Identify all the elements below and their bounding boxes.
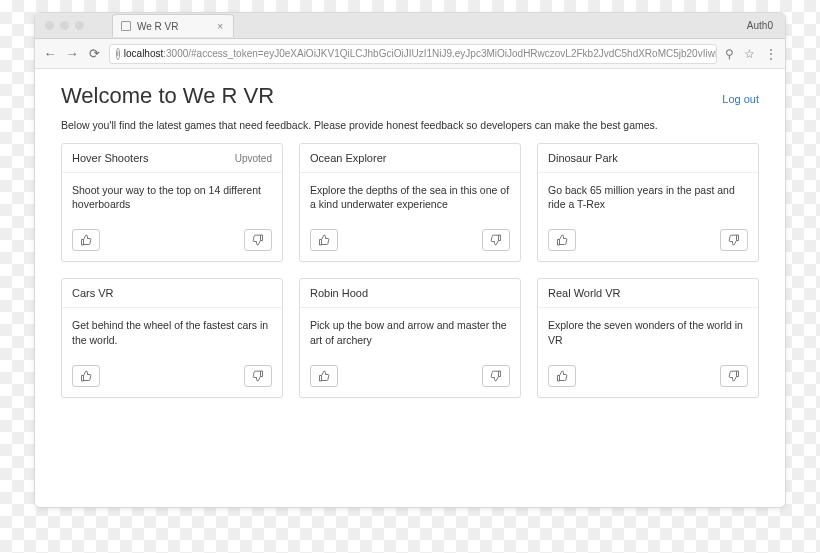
- tab-title: We R VR: [137, 21, 179, 32]
- thumbs-up-icon: [318, 370, 330, 382]
- page-title: Welcome to We R VR: [61, 83, 274, 109]
- thumbs-down-icon: [252, 234, 264, 246]
- logout-link[interactable]: Log out: [722, 93, 759, 105]
- upvote-button[interactable]: [310, 365, 338, 387]
- window-controls: [35, 21, 84, 30]
- downvote-button[interactable]: [244, 229, 272, 251]
- card-title: Real World VR: [548, 287, 621, 299]
- card-header: Real World VR: [538, 279, 758, 308]
- extension-label[interactable]: Auth0: [747, 20, 785, 31]
- thumbs-down-icon: [252, 370, 264, 382]
- card-description: Get behind the wheel of the fastest cars…: [62, 308, 282, 356]
- thumbs-up-icon: [80, 370, 92, 382]
- browser-tab[interactable]: We R VR ×: [112, 14, 234, 37]
- site-info-icon[interactable]: i: [116, 48, 120, 60]
- card-title: Hover Shooters: [72, 152, 148, 164]
- thumbs-up-icon: [556, 370, 568, 382]
- card-footer: [300, 221, 520, 261]
- page-favicon-icon: [121, 21, 131, 31]
- card-header: Hover Shooters Upvoted: [62, 144, 282, 173]
- thumbs-up-icon: [318, 234, 330, 246]
- browser-actions: ⚲ ☆ ⋮: [725, 47, 777, 61]
- nav-back-icon[interactable]: ←: [43, 46, 57, 61]
- close-tab-icon[interactable]: ×: [217, 21, 223, 32]
- nav-forward-icon[interactable]: →: [65, 46, 79, 61]
- browser-menu-icon[interactable]: ⋮: [765, 47, 777, 61]
- downvote-button[interactable]: [482, 365, 510, 387]
- card-description: Go back 65 million years in the past and…: [538, 173, 758, 221]
- upvote-button[interactable]: [548, 365, 576, 387]
- address-bar[interactable]: i localhost:3000/#access_token=eyJ0eXAiO…: [109, 44, 717, 64]
- browser-toolbar: ← → ⟳ i localhost:3000/#access_token=eyJ…: [35, 39, 785, 69]
- card-status-badge: Upvoted: [235, 153, 272, 164]
- card-title: Robin Hood: [310, 287, 368, 299]
- downvote-button[interactable]: [720, 365, 748, 387]
- card-header: Cars VR: [62, 279, 282, 308]
- downvote-button[interactable]: [244, 365, 272, 387]
- thumbs-down-icon: [728, 234, 740, 246]
- game-card: Dinosaur Park Go back 65 million years i…: [537, 143, 759, 262]
- password-key-icon[interactable]: ⚲: [725, 47, 734, 61]
- tab-strip: We R VR × Auth0: [35, 13, 785, 39]
- card-header: Dinosaur Park: [538, 144, 758, 173]
- upvote-button[interactable]: [548, 229, 576, 251]
- url-host: localhost: [124, 48, 163, 59]
- card-description: Pick up the bow and arrow and master the…: [300, 308, 520, 356]
- card-footer: [538, 221, 758, 261]
- card-description: Explore the seven wonders of the world i…: [538, 308, 758, 356]
- upvote-button[interactable]: [72, 365, 100, 387]
- card-footer: [62, 357, 282, 397]
- thumbs-down-icon: [490, 234, 502, 246]
- page-content: Welcome to We R VR Log out Below you'll …: [35, 69, 785, 418]
- thumbs-up-icon: [556, 234, 568, 246]
- close-window-icon[interactable]: [45, 21, 54, 30]
- card-footer: [300, 357, 520, 397]
- card-header: Ocean Explorer: [300, 144, 520, 173]
- thumbs-up-icon: [80, 234, 92, 246]
- url-path: :3000/#access_token=eyJ0eXAiOiJKV1QiLCJh…: [163, 48, 717, 59]
- downvote-button[interactable]: [720, 229, 748, 251]
- card-title: Ocean Explorer: [310, 152, 386, 164]
- card-description: Shoot your way to the top on 14 differen…: [62, 173, 282, 221]
- upvote-button[interactable]: [310, 229, 338, 251]
- card-title: Cars VR: [72, 287, 114, 299]
- bookmark-star-icon[interactable]: ☆: [744, 47, 755, 61]
- zoom-window-icon[interactable]: [75, 21, 84, 30]
- downvote-button[interactable]: [482, 229, 510, 251]
- card-footer: [62, 221, 282, 261]
- thumbs-down-icon: [490, 370, 502, 382]
- game-card: Real World VR Explore the seven wonders …: [537, 278, 759, 397]
- card-title: Dinosaur Park: [548, 152, 618, 164]
- nav-reload-icon[interactable]: ⟳: [87, 46, 101, 61]
- upvote-button[interactable]: [72, 229, 100, 251]
- minimize-window-icon[interactable]: [60, 21, 69, 30]
- cards-grid: Hover Shooters Upvoted Shoot your way to…: [61, 143, 759, 398]
- card-header: Robin Hood: [300, 279, 520, 308]
- card-description: Explore the depths of the sea in this on…: [300, 173, 520, 221]
- game-card: Robin Hood Pick up the bow and arrow and…: [299, 278, 521, 397]
- game-card: Ocean Explorer Explore the depths of the…: [299, 143, 521, 262]
- thumbs-down-icon: [728, 370, 740, 382]
- game-card: Cars VR Get behind the wheel of the fast…: [61, 278, 283, 397]
- game-card: Hover Shooters Upvoted Shoot your way to…: [61, 143, 283, 262]
- card-footer: [538, 357, 758, 397]
- page-subtitle: Below you'll find the latest games that …: [61, 119, 759, 131]
- browser-window: We R VR × Auth0 ← → ⟳ i localhost:3000/#…: [34, 12, 786, 508]
